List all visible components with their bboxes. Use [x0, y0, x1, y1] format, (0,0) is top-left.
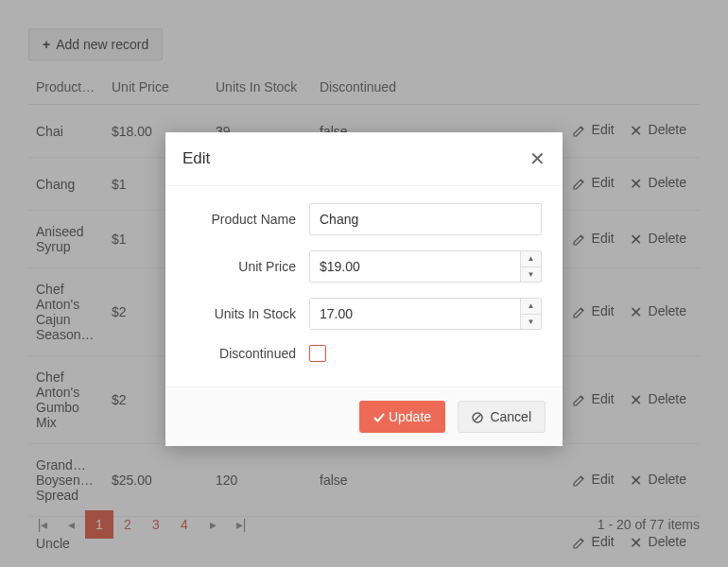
dialog-title: Edit: [182, 149, 529, 168]
cancel-label: Cancel: [490, 409, 531, 424]
svg-line-1: [475, 415, 480, 421]
unit-price-up-button[interactable]: ▲: [521, 251, 541, 267]
update-button[interactable]: Update: [359, 401, 445, 433]
units-in-stock-input[interactable]: [310, 299, 520, 329]
unit-price-stepper[interactable]: ▲ ▼: [309, 250, 542, 283]
discontinued-label: Discontinued: [186, 346, 309, 361]
product-name-label: Product Name: [186, 212, 309, 227]
close-icon: ✕: [529, 148, 546, 169]
discontinued-checkbox[interactable]: [309, 345, 326, 362]
update-label: Update: [389, 409, 431, 424]
modal-overlay: Edit ✕ Product Name Unit Price ▲ ▼: [0, 0, 728, 567]
cancel-icon: [472, 412, 483, 423]
product-name-input[interactable]: [309, 203, 542, 235]
unit-price-input[interactable]: [310, 251, 520, 282]
cancel-button[interactable]: Cancel: [458, 401, 546, 433]
unit-price-label: Unit Price: [186, 259, 309, 274]
check-icon: [373, 412, 385, 423]
units-in-stock-down-button[interactable]: ▼: [521, 315, 541, 330]
dialog-close-button[interactable]: ✕: [529, 147, 546, 170]
units-in-stock-up-button[interactable]: ▲: [521, 299, 541, 315]
units-in-stock-label: Units In Stock: [186, 306, 309, 321]
edit-dialog: Edit ✕ Product Name Unit Price ▲ ▼: [165, 132, 563, 446]
units-in-stock-stepper[interactable]: ▲ ▼: [309, 298, 542, 330]
unit-price-down-button[interactable]: ▼: [521, 267, 541, 283]
